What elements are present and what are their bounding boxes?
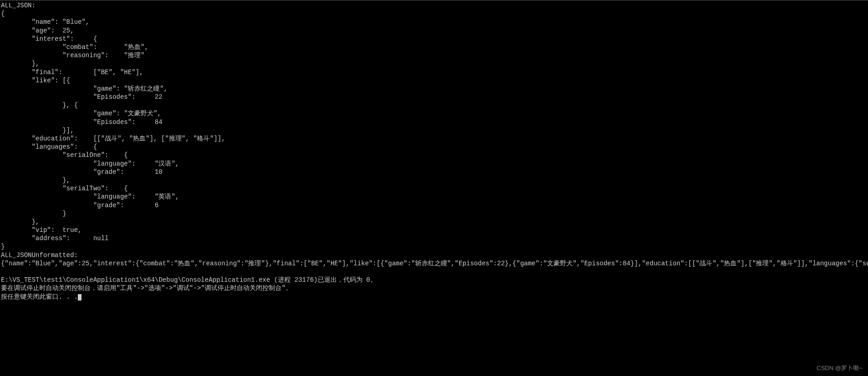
process-exit-line: E:\VS_TEST\test1\ConsoleApplication1\x64…	[1, 276, 377, 284]
debug-hint-line: 要在调试停止时自动关闭控制台，请启用"工具"->"选项"->"调试"->"调试停…	[1, 285, 292, 292]
json-unformatted-header: ALL_JSONUnformatted:	[1, 252, 78, 259]
console-output[interactable]: ALL_JSON: { "name": "Blue", "age": 25, "…	[0, 0, 868, 301]
watermark-text: CSDN @罗卜嘞~	[817, 365, 863, 372]
cursor-icon	[78, 294, 81, 301]
press-any-key-line: 按任意键关闭此窗口. . .	[1, 293, 78, 301]
json-unformatted-block: {"name":"Blue","age":25,"interest":{"com…	[1, 260, 868, 267]
json-header: ALL_JSON:	[1, 2, 36, 9]
json-formatted-block: { "name": "Blue", "age": 25, "interest":…	[1, 10, 225, 250]
